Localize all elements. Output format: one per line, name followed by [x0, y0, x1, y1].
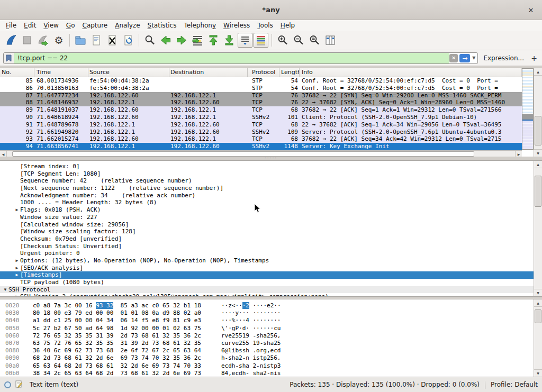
- detail-line[interactable]: [Next sequence number: 1122 (relative se…: [0, 185, 534, 192]
- packet-row-88[interactable]: 8871.648146932192.168.122.1192.168.122.6…: [0, 99, 522, 106]
- packet-row-89[interactable]: 8971.648191037192.168.122.60192.168.122.…: [0, 106, 522, 114]
- start-capture-icon[interactable]: [4, 33, 19, 48]
- hex-bytes[interactable]: c0 a8 7a 3c 00 16 93 32 85 a3 ac c0 65 3…: [33, 302, 201, 309]
- hex-bytes[interactable]: 65 63 64 68 2d 73 68 61 32 2d 6e 69 73 7…: [33, 362, 201, 370]
- scroll-up-icon[interactable]: ▲: [534, 161, 542, 168]
- collapsed-arrow-icon[interactable]: ▶: [14, 271, 20, 279]
- detail-line[interactable]: [Checksum Status: Unverified]: [0, 243, 534, 250]
- detail-line[interactable]: Window size value: 227: [0, 214, 534, 221]
- vscroll-thumb[interactable]: [535, 309, 541, 323]
- reload-file-icon[interactable]: [121, 33, 136, 48]
- menu-telephony[interactable]: Telephony: [180, 21, 220, 30]
- go-forward-icon[interactable]: [174, 33, 189, 48]
- save-file-icon[interactable]: [89, 33, 104, 48]
- packet-list-vscrollbar[interactable]: ▲ ▼: [534, 68, 542, 157]
- open-file-icon[interactable]: [73, 33, 88, 48]
- profile-label[interactable]: Profile: Default: [491, 381, 538, 388]
- hex-ascii[interactable]: \'·gP·d· ······cu: [221, 325, 281, 332]
- packet-row-87[interactable]: 8771.647777234192.168.122.60192.168.122.…: [0, 92, 522, 99]
- detail-line[interactable]: ▶Flags: 0x018 (PSH, ACK): [0, 206, 534, 214]
- filter-input[interactable]: [14, 53, 449, 63]
- hex-ascii[interactable]: 84,ecdh- sha2-nis: [221, 370, 281, 377]
- packet-row-94[interactable]: 9471.663856741192.168.122.1192.168.122.6…: [0, 143, 522, 150]
- close-file-icon[interactable]: [105, 33, 120, 48]
- hex-row-0030[interactable]: 003080 18 00 e3 79 ed 00 00 01 01 08 0a …: [0, 309, 534, 317]
- collapsed-arrow-icon[interactable]: ▶: [14, 293, 20, 297]
- detail-line[interactable]: [Stream index: 0]: [0, 163, 534, 170]
- vscroll-thumb[interactable]: [535, 116, 541, 145]
- hex-row-0090[interactable]: 009068 2d 73 68 61 32 2d 6e 69 73 74 70 …: [0, 354, 534, 362]
- vscroll-track[interactable]: [534, 76, 542, 149]
- collapsed-arrow-icon[interactable]: ▶: [14, 257, 20, 265]
- bookmark-icon[interactable]: [4, 53, 14, 63]
- expression-button[interactable]: Expression...: [478, 54, 529, 62]
- menu-help[interactable]: Help: [277, 21, 299, 30]
- column-header-destination[interactable]: Destination: [169, 68, 248, 77]
- vscroll-thumb[interactable]: [535, 176, 541, 207]
- hex-ascii[interactable]: h-sha2-n istp256,: [221, 354, 281, 362]
- zoom-in-icon[interactable]: [275, 33, 290, 48]
- hex-bytes[interactable]: 63 75 72 76 65 32 35 35 31 39 2d 73 68 6…: [33, 340, 201, 347]
- detail-line[interactable]: ▶[Timestamps]: [0, 271, 534, 279]
- stop-capture-icon[interactable]: [20, 33, 34, 48]
- zoom-out-icon[interactable]: [291, 33, 306, 48]
- collapsed-arrow-icon[interactable]: ▶: [14, 206, 20, 214]
- capture-options-icon[interactable]: ⚙: [51, 33, 66, 48]
- ascii-selected-chars[interactable]: ·2: [242, 302, 249, 309]
- hex-row-00a0[interactable]: 00a065 63 64 68 2d 73 68 61 32 2d 6e 69 …: [0, 362, 534, 370]
- column-header-protocol[interactable]: Protocol: [248, 68, 279, 77]
- detail-line[interactable]: ▶Options: (12 bytes), No-Operation (NOP)…: [0, 257, 534, 265]
- packet-row-90[interactable]: 9071.648618924192.168.122.60192.168.122.…: [0, 114, 522, 121]
- hex-row-0050[interactable]: 00505c 27 b2 67 50 ad 64 98 1d 92 00 00 …: [0, 325, 534, 332]
- hscroll-thumb[interactable]: [12, 151, 475, 157]
- hex-row-0070[interactable]: 007063 75 72 76 65 32 35 35 31 39 2d 73 …: [0, 340, 534, 347]
- expert-info-icon[interactable]: [4, 381, 11, 388]
- menu-file[interactable]: File: [2, 21, 20, 30]
- hex-bytes[interactable]: 5c 27 b2 67 50 ad 64 98 1d 92 00 00 01 0…: [33, 325, 201, 332]
- menu-statistics[interactable]: Statistics: [144, 21, 180, 30]
- column-header-time[interactable]: Time: [34, 68, 88, 77]
- vscroll-track[interactable]: [534, 307, 542, 369]
- go-to-packet-icon[interactable]: [190, 33, 205, 48]
- expanded-arrow-icon[interactable]: ▼: [2, 286, 8, 294]
- scroll-up-icon[interactable]: ▲: [534, 299, 542, 307]
- menu-edit[interactable]: Edit: [20, 21, 40, 30]
- hex-ascii[interactable]: ····y··· ········: [221, 309, 281, 317]
- restart-capture-icon[interactable]: [35, 33, 50, 48]
- hex-bytes[interactable]: 38 34 2c 65 63 64 68 2d 73 68 61 32 2d 6…: [33, 370, 201, 377]
- detail-line[interactable]: Sequence number: 42 (relative sequence n…: [0, 177, 534, 185]
- go-back-icon[interactable]: [158, 33, 173, 48]
- filter-apply-icon[interactable]: →: [459, 54, 470, 62]
- detail-line[interactable]: [Window size scaling factor: 128]: [0, 228, 534, 235]
- menu-wireless[interactable]: Wireless: [220, 21, 254, 30]
- hex-bytes[interactable]: 80 18 00 e3 79 ed 00 00 01 01 08 0a d9 8…: [33, 309, 201, 317]
- vscroll-track[interactable]: [534, 168, 542, 289]
- packet-minimap[interactable]: [522, 68, 534, 150]
- column-header-length[interactable]: Length: [279, 68, 300, 77]
- menu-view[interactable]: View: [40, 21, 62, 30]
- detail-line[interactable]: [TCP Segment Len: 1080]: [0, 170, 534, 178]
- detail-line[interactable]: [Calculated window size: 29056]: [0, 221, 534, 229]
- detail-line[interactable]: ▶[SEQ/ACK analysis]: [0, 265, 534, 272]
- hex-selected-bytes[interactable]: 93 32: [96, 302, 113, 309]
- detail-line[interactable]: TCP payload (1080 bytes): [0, 279, 534, 286]
- filter-clear-icon[interactable]: ✕: [449, 54, 458, 62]
- detail-line[interactable]: 1000 .... = Header Length: 32 bytes (8): [0, 199, 534, 206]
- hex-ascii[interactable]: ···%···4 ········: [221, 317, 281, 324]
- hex-ascii[interactable]: ecdh-sha 2-nistp3: [221, 362, 281, 370]
- hex-bytes[interactable]: 72 76 65 32 35 35 31 39 2d 73 68 61 32 3…: [33, 332, 201, 340]
- hex-ascii[interactable]: curve255 19-sha25: [221, 340, 281, 347]
- menu-analyze[interactable]: Analyze: [111, 21, 143, 30]
- zoom-original-icon[interactable]: [307, 33, 322, 48]
- column-header-no[interactable]: No.: [0, 68, 34, 77]
- packet-row-85[interactable]: 8568.001734936fe:54:00:d4:38:2aSTP54Conf…: [0, 77, 522, 85]
- packet-row-86[interactable]: 8670.013850163fe:54:00:d4:38:2aSTP54Conf…: [0, 85, 522, 92]
- scroll-down-icon[interactable]: ▼: [534, 149, 542, 157]
- hex-row-0040[interactable]: 0040a1 dd c1 25 00 00 04 34 06 14 f5 e8 …: [0, 317, 534, 324]
- scroll-up-icon[interactable]: ▲: [534, 68, 542, 76]
- scroll-down-icon[interactable]: ▼: [534, 289, 542, 296]
- detail-line[interactable]: ▶SSH Version 2 (encryption:chacha20-poly…: [0, 293, 534, 297]
- menu-tools[interactable]: Tools: [254, 21, 277, 30]
- hex-row-0020[interactable]: 0020c0 a8 7a 3c 00 16 93 32 85 a3 ac c0 …: [0, 302, 534, 309]
- hex-vscrollbar[interactable]: ▲ ▼: [534, 299, 542, 377]
